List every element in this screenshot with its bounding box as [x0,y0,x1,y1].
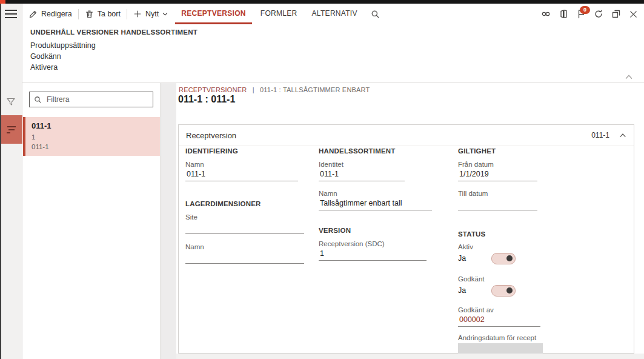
field-sortiment-namn: Namn Tallsågtimmer enbart tall [319,190,432,210]
new-button[interactable]: Nytt [127,4,174,24]
chevron-up-icon[interactable] [619,133,626,138]
action-pane-title: UNDERHÅLL VERSIONER HANDELSSORTIMENT [30,29,198,36]
search-icon [371,10,380,19]
edit-button-label: Redigera [41,10,72,18]
filter-input[interactable] [45,95,148,104]
field-identitet: Identitet 011-1 [319,161,405,181]
panel-splitter[interactable] [161,83,176,359]
vertical-toolbar [0,83,22,359]
notification-badge: 0 [580,6,590,14]
record-list-panel: 011-1 1 011-1 [23,83,161,359]
list-item-selected[interactable]: 011-1 1 011-1 [23,117,160,156]
delete-button[interactable]: Ta bort [79,4,127,24]
tab-formler[interactable]: FORMLER [254,4,304,24]
action-link-produktuppsattning[interactable]: Produktuppsättning [30,41,96,50]
site-namn-input[interactable] [185,251,304,264]
section-heading: STATUS [458,230,582,238]
search-icon [34,96,42,104]
field-namn: Namn 011-1 [185,161,298,181]
action-pane: UNDERHÅLL VERSIONER HANDELSSORTIMENT Pro… [22,24,644,83]
chevron-down-icon [162,12,168,16]
pencil-icon [28,10,38,19]
nav-rail-top [0,4,22,83]
godkant-value: Ja [458,286,491,295]
search-button[interactable] [365,4,386,24]
godkant-av-input[interactable]: 000002 [458,314,540,327]
trash-icon [85,10,94,19]
field-receptversion-sdc: Receptversion (SDC) 1 [319,240,427,261]
window-left-edge [0,4,1,359]
field-godkant-av: Godkänt av 000002 [458,306,540,327]
card-column-3: GILTIGHET Från datum 1/1/2019 Till datum… [458,125,582,358]
chevron-up-icon[interactable] [625,74,633,79]
card-column-1: IDENTIFIERING Namn 011-1 LAGERDIMENSIONE… [185,125,304,264]
sortiment-namn-input[interactable]: Tallsågtimmer enbart tall [319,198,432,210]
section-heading: LAGERDIMENSIONER [185,200,304,207]
field-till-datum: Till datum [458,190,537,210]
hamburger-menu-icon[interactable] [5,10,17,18]
field-site-namn: Namn [185,243,304,264]
office-icon[interactable] [559,9,568,19]
link-icon[interactable] [541,9,551,19]
filter-funnel-icon[interactable] [6,98,16,106]
field-fran-datum: Från datum 1/1/2019 [458,161,537,181]
section-heading: VERSION [319,227,443,234]
card-header-value: 011-1 [591,131,609,139]
card-column-2: HANDELSSORTIMENT Identitet 011-1 Namn Ta… [319,125,443,261]
edit-button[interactable]: Redigera [22,4,78,24]
breadcrumb: RECEPTVERSIONER | 011-1 : TALLSÅGTIMMER … [179,86,370,93]
godkant-toggle[interactable] [491,285,516,297]
section-heading: IDENTIFIERING [185,147,304,155]
toggle-knob [506,287,513,294]
till-datum-input[interactable] [458,198,537,210]
action-link-godkann[interactable]: Godkänn [30,52,61,61]
namn-input[interactable]: 011-1 [185,169,298,181]
close-icon[interactable] [629,10,638,19]
field-site: Site [185,213,304,234]
refresh-icon[interactable] [594,9,603,19]
section-heading: HANDELSSORTIMENT [319,147,443,155]
flag-icon[interactable]: 0 [576,9,586,19]
breadcrumb-primary[interactable]: RECEPTVERSIONER [179,86,247,93]
identitet-input[interactable]: 011-1 [319,169,405,181]
field-godkant: Godkänt Ja [458,275,582,298]
new-button-label: Nytt [145,10,159,18]
tab-receptversion[interactable]: RECEPTVERSION [175,4,252,24]
plus-icon [133,10,142,18]
list-view-button-active[interactable] [0,115,22,144]
toggle-knob [506,255,513,261]
site-input[interactable] [185,221,304,234]
tab-alternativ[interactable]: ALTERNATIV [306,4,363,24]
breadcrumb-separator: | [253,86,254,93]
section-heading: GILTIGHET [458,147,582,155]
list-item-line2: 1 [32,132,160,142]
filter-search-box[interactable] [29,92,153,107]
toolbar-right-icons: 0 [541,4,638,24]
receptversion-sdc-input[interactable]: 1 [319,248,427,261]
list-item-title: 011-1 [32,121,160,130]
main-content: RECEPTVERSIONER | 011-1 : TALLSÅGTIMMER … [176,83,644,359]
delete-button-label: Ta bort [98,10,121,18]
list-item-line3: 011-1 [32,142,160,152]
fran-datum-input[interactable]: 1/1/2019 [458,169,537,181]
receptversion-card: Receptversion 011-1 IDENTIFIERING Namn 0… [178,124,634,354]
bottom-strip [176,354,644,359]
field-aktiv: Aktiv Ja [458,243,582,266]
breadcrumb-secondary: 011-1 : TALLSÅGTIMMER ENBART [260,86,370,93]
page-title: 011-1 : 011-1 [178,94,235,105]
popout-icon[interactable] [611,9,621,19]
aktiv-toggle[interactable] [491,253,516,264]
action-link-aktivera[interactable]: Aktivera [30,63,58,72]
aktiv-value: Ja [458,254,491,263]
